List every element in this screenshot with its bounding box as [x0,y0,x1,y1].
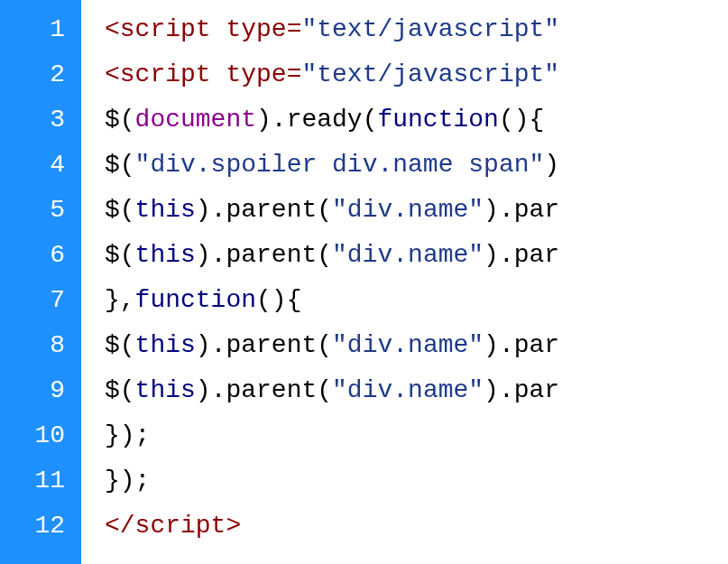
code-line[interactable]: </script> [105,504,728,549]
code-token: "div.name" [332,331,484,359]
line-number: 7 [0,278,81,323]
code-token: <script [105,60,226,88]
code-token: ) [544,151,559,179]
line-number-gutter: 123456789101112 [0,0,81,564]
code-line[interactable]: $(this).parent("div.name").par [105,323,728,368]
code-token: "div.name" [332,376,484,404]
code-token: }); [105,421,150,449]
line-number: 4 [0,143,81,188]
code-token: $( [105,151,135,179]
code-token: </script> [105,512,241,540]
line-number: 12 [0,504,81,549]
code-line[interactable]: }); [105,413,728,458]
code-token: (){ [256,286,301,314]
line-number: 6 [0,233,81,278]
code-token: this [135,376,196,404]
code-token: this [135,331,196,359]
code-token: "div.name" [332,196,484,224]
code-token: }, [105,286,135,314]
line-number: 9 [0,368,81,413]
code-token: "text/javascript" [301,60,559,88]
code-token: "text/javascript" [301,15,559,43]
code-token: (){ [499,106,544,134]
code-line[interactable]: }); [105,458,728,504]
code-line[interactable]: },function(){ [105,278,728,323]
code-line[interactable]: $("div.spoiler div.name span") [105,143,728,188]
code-line[interactable]: $(this).parent("div.name").par [105,188,728,233]
code-line[interactable]: $(this).parent("div.name").par [105,233,728,278]
code-token: ).par [484,196,559,224]
code-token: <script [105,15,226,43]
code-token: $( [105,376,135,404]
line-number: 11 [0,458,81,504]
code-token: $( [105,241,135,269]
code-line[interactable]: <script type="text/javascript" [105,52,728,97]
code-token: function [377,106,498,134]
code-token: document [135,106,256,134]
code-token: = [287,15,302,43]
code-token: "div.spoiler div.name span" [135,151,545,179]
code-token: type [226,15,286,43]
code-token: ).parent( [196,376,332,404]
code-token: ).ready( [256,106,377,134]
code-token: type [226,60,286,88]
line-number: 8 [0,323,81,368]
code-token: ).parent( [196,331,332,359]
line-number: 3 [0,97,81,143]
code-token: $( [105,331,135,359]
code-line[interactable]: $(document).ready(function(){ [105,97,728,143]
line-number: 1 [0,7,81,52]
code-token: $( [105,106,135,134]
code-token: function [135,286,256,314]
line-number: 5 [0,188,81,233]
code-token: $( [105,196,135,224]
code-token: this [135,196,196,224]
code-area[interactable]: <script type="text/javascript"<script ty… [81,0,728,564]
code-token: ).parent( [196,241,332,269]
code-token: this [135,241,196,269]
code-token: "div.name" [332,241,484,269]
line-number: 10 [0,413,81,458]
line-number: 2 [0,52,81,97]
code-token: ).parent( [196,196,332,224]
code-token: ).par [484,376,559,404]
code-token: = [287,60,302,88]
code-line[interactable]: $(this).parent("div.name").par [105,368,728,413]
code-line[interactable]: <script type="text/javascript" [105,7,728,52]
code-token: ).par [484,241,559,269]
code-token: }); [105,467,150,495]
code-token: ).par [484,331,559,359]
